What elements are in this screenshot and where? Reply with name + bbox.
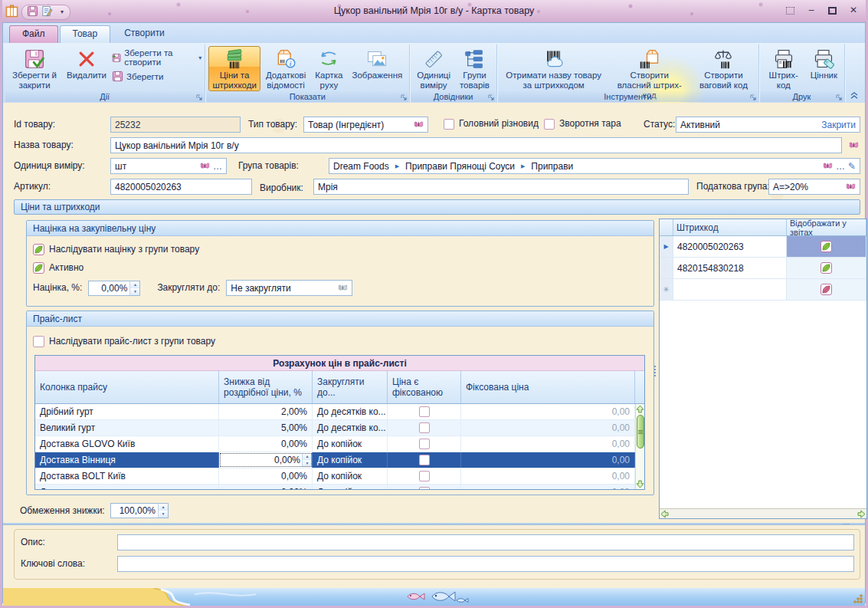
main-variant-checkbox[interactable]: Головний різновид [444, 118, 539, 130]
tax-group-combo[interactable]: A=>20% [768, 179, 860, 195]
column-header-fixed[interactable]: Ціна єфіксованою [388, 371, 461, 403]
markup-panel-header[interactable]: Націнка на закупівельну ціну [27, 221, 653, 236]
dialog-launcher-icon[interactable] [196, 93, 202, 102]
barcode-row[interactable]: ▶ 4820005020263 [660, 236, 866, 258]
markup-percent-spinner[interactable]: 0,00% ▲▼ [88, 281, 140, 296]
fixed-checkbox[interactable] [419, 439, 430, 449]
round-to-combo[interactable]: Не закругляти [226, 280, 352, 296]
horizontal-scrollbar[interactable] [660, 508, 866, 518]
table-row[interactable]: Великий гурт5,00%До десятків ко...0,00 [35, 420, 635, 436]
unit-combo[interactable]: шт … [110, 158, 227, 174]
print-price-tag-button[interactable]: Цінник [807, 46, 841, 81]
tab-product[interactable]: Товар [60, 25, 111, 43]
breadcrumb-item[interactable]: Приправи [531, 161, 820, 172]
barcode-row[interactable]: 4820154830218 [660, 258, 866, 279]
fixed-checkbox[interactable] [419, 455, 430, 465]
product-groups-button[interactable]: Групи товарів [456, 46, 493, 91]
show-in-reports-cell[interactable] [787, 279, 866, 300]
butterfly-lookup-icon[interactable] [823, 161, 833, 171]
pricelist-panel-header[interactable]: Прайс-лист [27, 311, 653, 327]
get-name-by-barcode-button[interactable]: Отримати назву товару за штрихкодом [500, 46, 607, 91]
ellipsis-button[interactable]: … [836, 161, 845, 172]
product-name-field[interactable]: Цукор ванільний Мрія 10г в/у [110, 137, 842, 153]
table-row-selected[interactable]: Доставка Вінниця 0,00% ▲▼ До копійок 0,0… [35, 452, 635, 468]
save-create-button[interactable]: Зберегти та створити ▾ [112, 48, 201, 67]
table-row[interactable]: Дрібний гурт2,00%До десятків ко...0,00 [35, 404, 635, 420]
product-group-breadcrumb[interactable]: Dream Foods ▶ Приправи Прянощі Соуси ▶ П… [329, 158, 860, 174]
spinner-buttons[interactable]: ▲▼ [158, 504, 168, 518]
butterfly-lookup-icon[interactable] [200, 161, 210, 171]
sku-field[interactable]: 4820005020263 [110, 179, 252, 195]
column-header-discount[interactable]: Знижка відроздрібної ціни, % [219, 371, 313, 403]
movement-card-button[interactable]: Картка руху [311, 46, 346, 91]
butterfly-lookup-icon[interactable] [849, 140, 859, 150]
barcode-new-row[interactable]: ✳ [660, 279, 866, 301]
dialog-launcher-icon[interactable] [836, 93, 842, 102]
inherit-markup-checkbox[interactable]: Наслідувати націнку з групи товару [33, 244, 653, 255]
fixed-checkbox[interactable] [419, 406, 430, 417]
fixed-checkbox[interactable] [419, 471, 430, 481]
save-button[interactable]: Зберегти [112, 71, 201, 82]
maximize-button[interactable] [828, 7, 837, 15]
barcode-value[interactable]: 4820005020263 [673, 236, 787, 257]
minimize-button[interactable]: – [805, 5, 817, 15]
dialog-launcher-icon[interactable] [750, 93, 756, 102]
scroll-down-icon[interactable] [636, 480, 644, 488]
table-row[interactable]: Доставка0,00%До копійок0,00 [35, 485, 635, 489]
create-weight-code-button[interactable]: Створити ваговий код [692, 46, 755, 91]
table-row[interactable]: Доставка BOLT Київ0,00%До копійок0,00 [35, 468, 635, 485]
active-checkbox[interactable]: Активно [33, 262, 653, 274]
print-barcode-button[interactable]: Штрих-код [762, 46, 805, 91]
scrollbar-thumb[interactable] [637, 415, 644, 449]
breadcrumb-item[interactable]: Приправи Прянощі Соуси [405, 161, 515, 172]
producer-field[interactable]: Мрія [313, 179, 689, 195]
show-in-reports-cell[interactable] [787, 236, 866, 257]
status-close-link[interactable]: Закрити [821, 120, 856, 130]
breadcrumb-item[interactable]: Dream Foods [333, 161, 389, 172]
description-input[interactable] [117, 534, 854, 550]
fixed-checkbox[interactable] [419, 422, 430, 433]
column-header-barcode[interactable]: Штрихкод [673, 219, 787, 235]
butterfly-lookup-icon[interactable] [414, 120, 424, 130]
discount-cell-editor[interactable]: 0,00% ▲▼ [219, 452, 313, 468]
column-header-show-in-reports[interactable]: Відображати у звітах [787, 219, 866, 235]
horizontal-splitter[interactable]: ⋯ [3, 523, 865, 525]
tab-create[interactable]: Створити [112, 25, 177, 43]
spinner-buttons[interactable]: ▲▼ [129, 281, 139, 295]
scroll-up-icon[interactable] [636, 405, 644, 413]
scroll-left-icon[interactable] [660, 510, 669, 518]
column-header-name[interactable]: Колонка прайсу [35, 371, 219, 403]
ribbon-collapse-button[interactable] [845, 44, 863, 103]
barcode-value[interactable] [673, 279, 787, 300]
column-header-round[interactable]: Закругляти до... [313, 371, 388, 403]
images-button[interactable]: Зображення [348, 46, 406, 81]
type-combo[interactable]: Товар (Інгредієнт) [303, 117, 428, 133]
vertical-splitter[interactable] [652, 225, 657, 517]
column-header-fixed-price[interactable]: Фіксована ціна [461, 371, 635, 403]
section-header-prices[interactable]: Ціни та штрихкоди [14, 199, 860, 215]
vertical-scrollbar[interactable] [635, 404, 644, 489]
status-combo[interactable]: Активний Закрити [676, 117, 860, 133]
inherit-pricelist-checkbox[interactable]: Наслідувати прайс-лист з групи товару [33, 336, 653, 347]
fixed-checkbox[interactable] [419, 487, 430, 489]
tab-file[interactable]: Файл [9, 25, 58, 43]
units-button[interactable]: Одиниці виміру [413, 46, 454, 91]
butterfly-lookup-icon[interactable] [846, 182, 856, 192]
close-button[interactable]: ✕ [847, 5, 860, 15]
resize-grip[interactable] [853, 594, 863, 603]
delete-button[interactable]: Видалити [63, 46, 110, 81]
extra-info-button[interactable]: i Додаткові відомості [262, 46, 310, 91]
spinner-buttons[interactable]: ▲▼ [302, 453, 312, 467]
keywords-input[interactable] [117, 556, 854, 572]
style-button[interactable] [786, 7, 794, 15]
ellipsis-button[interactable]: … [213, 161, 222, 172]
table-row[interactable]: Доставка GLOVO Київ0,00%До копійок0,00 [35, 436, 635, 452]
scroll-right-icon[interactable] [857, 510, 866, 518]
discount-limit-spinner[interactable]: 100,00% ▲▼ [110, 503, 169, 518]
show-in-reports-cell[interactable] [787, 258, 866, 278]
barcode-value[interactable]: 4820154830218 [673, 258, 787, 278]
save-close-button[interactable]: Зберегти й закрити [8, 46, 61, 91]
dialog-launcher-icon[interactable] [401, 93, 407, 102]
pencil-edit-icon[interactable]: ✎ [848, 161, 856, 172]
returnable-checkbox[interactable]: Зворотня тара [544, 118, 621, 130]
